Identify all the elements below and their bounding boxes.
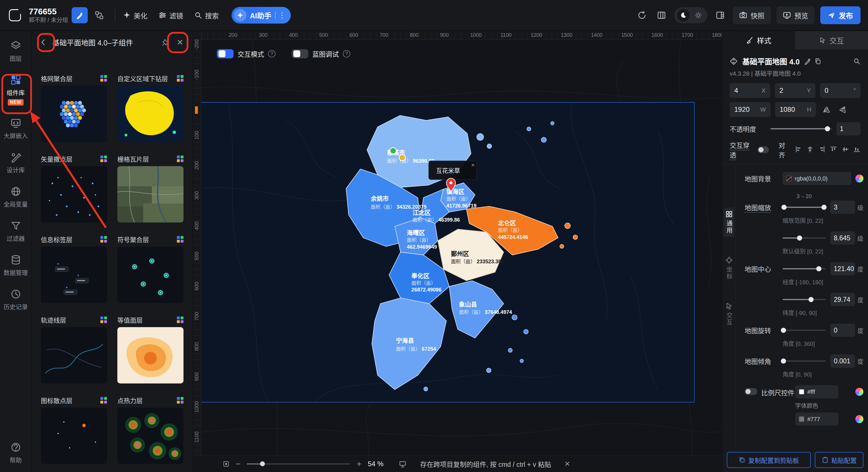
range-knob-max[interactable] (822, 205, 827, 210)
map-zoom-range-slider[interactable] (782, 207, 826, 208)
width-input[interactable]: 1920W (730, 102, 771, 117)
tilt-value-input[interactable]: 0.001 (830, 355, 855, 368)
color-picker-icon[interactable] (855, 174, 863, 182)
theme-toggle[interactable] (674, 7, 708, 23)
side-tab-general[interactable]: 通用 (724, 207, 735, 237)
y-input[interactable]: 2Y (775, 83, 815, 98)
copy-icon[interactable] (814, 58, 822, 65)
tooltip-close-icon[interactable]: ✕ (471, 163, 475, 168)
rotation-slider[interactable] (782, 330, 826, 331)
component-card[interactable]: 格网聚合层 (41, 74, 107, 142)
component-card[interactable]: 点热力层 (117, 396, 184, 464)
color-picker-icon[interactable] (855, 388, 863, 396)
node-tool-button[interactable] (91, 7, 107, 23)
flip-horizontal-icon[interactable] (820, 104, 832, 115)
longitude-slider[interactable] (782, 268, 826, 269)
opacity-slider[interactable] (771, 128, 832, 129)
component-swap-icon[interactable] (730, 57, 738, 65)
component-card[interactable]: 符号聚合层 (117, 235, 184, 303)
map-background-color-input[interactable]: rgba(0,0,0,0) (782, 172, 851, 185)
slider-knob[interactable] (781, 328, 786, 333)
latitude-input[interactable]: 29.74 (830, 293, 855, 306)
toast-close-icon[interactable]: ✕ (564, 460, 570, 468)
align-center-horizontal-icon[interactable] (806, 146, 814, 154)
rotation-input[interactable]: 0° (820, 83, 861, 98)
history-sync-icon[interactable] (635, 8, 649, 22)
align-top-icon[interactable] (830, 146, 837, 154)
zoom-percent[interactable]: 54 % (368, 460, 393, 468)
artboard[interactable]: 慈溪市面积（亩）96390.23 余姚市面积（亩）34326.20375 镇海区… (198, 102, 694, 402)
paste-config-button[interactable]: 粘贴配置 (815, 452, 863, 468)
beautify-button[interactable]: 美化 (123, 10, 148, 21)
align-left-icon[interactable] (795, 146, 802, 154)
edit-tool-button[interactable] (72, 7, 88, 23)
component-card[interactable]: 等值面层 (117, 315, 184, 383)
range-knob-min[interactable] (781, 205, 786, 210)
align-bottom-icon[interactable] (853, 146, 861, 154)
help-question-icon[interactable]: ? (343, 50, 350, 58)
component-card[interactable]: 矢量撒点层 (41, 154, 107, 223)
slider-knob[interactable] (797, 235, 802, 241)
opacity-slider-knob[interactable] (825, 126, 830, 131)
presentation-icon[interactable] (399, 460, 406, 468)
color-picker-icon[interactable] (855, 415, 863, 423)
zoom-in-button[interactable]: + (356, 459, 361, 469)
inspector-search-icon[interactable] (853, 58, 861, 65)
slider-knob[interactable] (808, 297, 814, 302)
side-tab-coordinates[interactable]: 坐标 (724, 254, 735, 283)
layout-columns-icon[interactable] (655, 8, 669, 22)
fit-screen-icon[interactable] (223, 461, 229, 467)
interaction-mode-toggle[interactable] (217, 49, 234, 58)
default-level-slider[interactable] (782, 237, 826, 239)
more-menu-icon[interactable]: ⋮ (278, 11, 286, 20)
snapshot-button[interactable]: 快照 (733, 6, 771, 24)
search-button[interactable]: 搜索 (194, 10, 219, 21)
sidebar-item-design-library[interactable]: 设计库 (7, 152, 25, 174)
rename-pencil-icon[interactable] (804, 58, 811, 65)
tab-style[interactable]: 样式 (722, 31, 795, 49)
map-component[interactable]: 慈溪市面积（亩）96390.23 余姚市面积（亩）34326.20375 镇海区… (199, 103, 694, 402)
sidebar-item-history[interactable]: 历史记录 (4, 289, 28, 311)
light-mode-sun-icon[interactable] (692, 9, 705, 22)
latitude-slider[interactable] (782, 299, 826, 300)
component-card[interactable]: 栅格瓦片层 (117, 154, 184, 223)
side-tab-interaction[interactable]: 交互 (724, 300, 735, 329)
rotation-value-input[interactable]: 0 (830, 324, 855, 337)
tilt-slider[interactable] (782, 361, 826, 362)
align-center-vertical-icon[interactable] (842, 146, 849, 154)
sidebar-item-component-library[interactable]: 组件库 NEW (7, 74, 25, 105)
component-card[interactable]: 图标散点层 (41, 396, 107, 464)
align-right-icon[interactable] (818, 146, 826, 154)
filters-button[interactable]: 滤镜 (158, 10, 183, 21)
publish-button[interactable]: 发布 (820, 6, 861, 24)
back-chevron-icon[interactable] (39, 38, 48, 46)
sidebar-item-screen-embed[interactable]: 大屏嵌入 (4, 117, 28, 140)
zoom-out-button[interactable]: − (236, 459, 241, 469)
scalebar-toggle[interactable] (745, 388, 757, 395)
passthrough-toggle[interactable] (757, 146, 769, 153)
tab-interaction[interactable]: 交互 (795, 31, 868, 49)
ai-assistant-button[interactable]: AI助手 ⋮ (231, 7, 291, 24)
green-marker-icon[interactable] (390, 147, 396, 154)
dark-mode-moon-icon[interactable] (677, 9, 690, 22)
slider-knob[interactable] (816, 266, 822, 271)
pin-icon[interactable] (161, 37, 170, 47)
flip-vertical-icon[interactable] (837, 104, 848, 115)
longitude-input[interactable]: 121.40 (830, 262, 855, 275)
sidebar-item-filter[interactable]: 过滤器 (7, 220, 25, 242)
zoom-slider-knob[interactable] (260, 461, 265, 466)
preview-button[interactable]: 预览 (777, 6, 814, 24)
yellow-marker-icon[interactable] (399, 155, 405, 161)
blueprint-debug-toggle[interactable] (291, 49, 308, 58)
x-input[interactable]: 4X (730, 83, 770, 98)
close-icon[interactable]: ✕ (175, 37, 185, 47)
height-input[interactable]: 1080H (775, 102, 816, 117)
sidebar-toggle-icon[interactable] (713, 8, 727, 22)
map-zoom-input[interactable]: 3 (830, 201, 855, 214)
scalebar-color-input[interactable]: #fff (795, 385, 838, 398)
sidebar-item-layers[interactable]: 图层 (10, 40, 22, 62)
help-question-icon[interactable]: ? (268, 50, 276, 58)
sidebar-item-data-management[interactable]: 数据管理 (4, 255, 28, 276)
scalebar-font-color-input[interactable]: #777 (795, 412, 838, 426)
sidebar-item-global-variables[interactable]: 全局变量 (4, 186, 28, 208)
